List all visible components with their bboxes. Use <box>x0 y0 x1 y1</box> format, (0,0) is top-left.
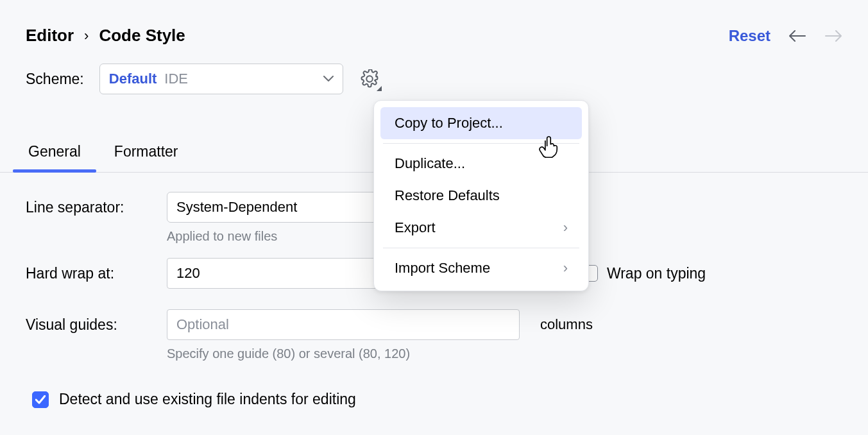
menu-copy-to-project[interactable]: Copy to Project... <box>380 107 582 139</box>
visual-guides-unit: columns <box>540 316 593 333</box>
reset-button[interactable]: Reset <box>729 27 770 45</box>
header-actions: Reset <box>729 27 842 45</box>
scheme-selected-suffix: IDE <box>164 71 188 87</box>
menu-import-scheme[interactable]: Import Scheme › <box>380 252 582 284</box>
chevron-down-icon <box>323 73 334 85</box>
visual-guides-label: Visual guides: <box>26 316 154 334</box>
scheme-select[interactable]: Default IDE <box>99 64 343 94</box>
visual-guides-input[interactable] <box>167 309 520 340</box>
scheme-actions-button[interactable] <box>359 68 380 90</box>
detect-indents-checkbox[interactable] <box>32 391 49 408</box>
scheme-actions-popup: Copy to Project... Duplicate... Restore … <box>373 100 589 291</box>
scheme-selected-name: Default <box>109 71 157 87</box>
breadcrumb: Editor › Code Style <box>26 26 185 46</box>
line-separator-value: System-Dependent <box>176 199 297 216</box>
detect-indents-label: Detect and use existing file indents for… <box>59 391 356 408</box>
forward-button <box>824 29 842 43</box>
tab-formatter[interactable]: Formatter <box>112 137 181 172</box>
detect-indents-option[interactable]: Detect and use existing file indents for… <box>0 375 868 408</box>
menu-export[interactable]: Export › <box>380 212 582 244</box>
tab-general[interactable]: General <box>26 137 83 172</box>
line-separator-label: Line separator: <box>26 199 154 216</box>
page-header: Editor › Code Style Reset <box>0 0 868 64</box>
menu-import-scheme-label: Import Scheme <box>395 260 490 277</box>
menu-restore-defaults[interactable]: Restore Defaults <box>380 180 582 212</box>
breadcrumb-parent[interactable]: Editor <box>26 26 74 46</box>
scheme-label: Scheme: <box>26 71 84 88</box>
chevron-right-icon: › <box>563 260 568 277</box>
menu-separator <box>383 248 579 248</box>
menu-export-label: Export <box>395 219 436 236</box>
wrap-on-typing-label: Wrap on typing <box>607 265 706 282</box>
dropdown-indicator-icon <box>377 86 382 91</box>
hard-wrap-label: Hard wrap at: <box>26 265 154 282</box>
breadcrumb-separator: › <box>84 28 89 44</box>
visual-guides-row: Visual guides: columns <box>26 309 842 340</box>
menu-duplicate[interactable]: Duplicate... <box>380 148 582 180</box>
chevron-right-icon: › <box>563 219 568 236</box>
menu-separator <box>383 143 579 144</box>
wrap-on-typing-option[interactable]: Wrap on typing <box>581 265 706 282</box>
visual-guides-helper: Specify one guide (80) or several (80, 1… <box>167 346 842 361</box>
breadcrumb-current: Code Style <box>99 26 185 46</box>
back-button[interactable] <box>788 29 806 43</box>
